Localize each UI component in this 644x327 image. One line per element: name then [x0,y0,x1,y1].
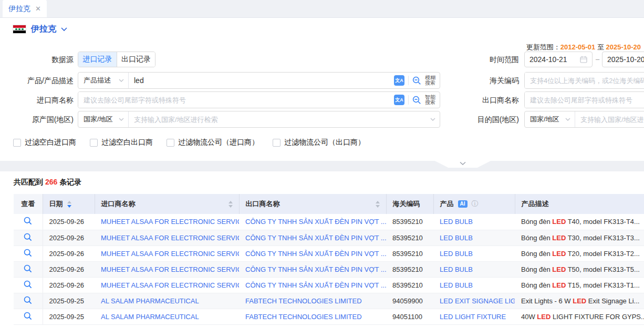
data-source-switch: 进口记录 出口记录 [78,52,155,67]
view-record-button[interactable] [24,264,32,273]
exporter-link[interactable]: CÔNG TY TNHH SẢN XUẤT ĐÈN PIN VỢT ... [245,265,386,273]
chevron-down-icon [119,118,124,121]
dest-country-select[interactable]: 国家/地区 [525,111,575,127]
table-row: 2025-09-25 AL SALAM PHARMACEUTICAL FABTE… [14,309,644,324]
product-link[interactable]: LED BULB [440,265,473,273]
importer-link[interactable]: MUHEET ALSAA FOR ELECTRONIC SERVICE... [101,250,239,258]
product-link[interactable]: LED BULB [440,281,473,289]
checkbox-filter-blank-importer[interactable]: 过滤空白进口商 [13,138,76,147]
fuzzy-search-icon[interactable] [412,76,421,85]
highlight-keyword: LED [537,313,550,321]
product-link[interactable]: LED BULB [440,218,473,226]
origin-country-select[interactable]: 国家/地区 [78,111,129,127]
fuzzy-search-label[interactable]: 模糊搜索 [425,75,435,86]
exporter-link[interactable]: CÔNG TY TNHH SẢN XUẤT ĐÈN PIN VỢT ... [245,250,386,258]
view-record-button[interactable] [24,312,32,320]
column-date[interactable]: 日期 [43,194,95,214]
checkbox-filter-logistics-importer[interactable]: 过滤物流公司（进口商） [167,138,259,147]
exporter-cell: CÔNG TY TNHH SẢN XUẤT ĐÈN PIN VỢT ... [239,261,386,277]
hs-code-input[interactable] [525,73,644,88]
product-cell: LED BULB [433,277,515,293]
info-icon[interactable]: ⓘ [472,199,479,209]
time-range-label: 时间范围 [451,52,519,67]
checkbox-icon[interactable] [167,139,174,147]
checkbox-icon[interactable] [273,139,281,147]
importer-link[interactable]: AL SALAM PHARMACEUTICAL [101,297,199,305]
dest-country-input[interactable] [575,111,644,127]
date-cell: 2025-09-26 [43,214,95,230]
description-cell: Bóng đèn LED T20, model FK313-T2... [515,246,644,261]
date-start-input[interactable]: 2024-10-21 [524,52,593,67]
magnifier-icon [24,233,32,241]
collapse-panel-handle[interactable] [435,161,491,168]
view-record-button[interactable] [24,296,32,304]
exporter-input[interactable] [525,92,644,108]
product-cell: LED BULB [433,246,515,261]
iraq-flag-icon [13,25,26,34]
importer-link[interactable]: AL SALAM PHARMACEUTICAL [101,313,199,321]
view-record-button[interactable] [24,217,32,225]
date-cell: 2025-09-25 [43,309,95,324]
exporter-link[interactable]: CÔNG TY TNHH SẢN XUẤT ĐÈN PIN VỢT ... [245,218,386,226]
importer-input[interactable] [78,92,390,108]
description-cell: Bóng đèn LED T50, model FK313-T5... [515,261,644,277]
checkbox-icon[interactable] [13,139,21,147]
description-cell: Exit Lights - 6 W LED Exit Signage Li... [515,293,644,309]
importer-link[interactable]: MUHEET ALSAA FOR ELECTRONIC SERVICE... [101,281,239,289]
column-exporter[interactable]: 出口商名称 [239,194,386,214]
column-importer[interactable]: 进口商名称 [95,194,239,214]
importer-link[interactable]: MUHEET ALSAA FOR ELECTRONIC SERVICE... [101,265,239,273]
hs-code-cell: 94059900 [386,293,433,309]
checkbox-filter-logistics-exporter[interactable]: 过滤物流公司（出口商） [273,138,365,147]
tab-iraq[interactable]: 伊拉克 ✕ [3,0,47,17]
date-end-input[interactable]: 2025-10-20 [602,52,644,67]
product-link[interactable]: LED BULB [440,234,473,242]
product-link[interactable]: LED EXIT SIGNAGE LIG... [440,297,515,305]
magnifier-icon [24,312,32,320]
column-view: 查看 [14,194,43,214]
chevron-down-icon[interactable] [61,27,67,32]
tab-import-records[interactable]: 进口记录 [78,52,117,67]
hs-code-control [524,72,644,89]
result-count-number: 266 [45,178,57,186]
origin-country-select-value: 国家/地区 [84,115,113,124]
exporter-cell: CÔNG TY TNHH SẢN XUẤT ĐÈN PIN VỢT ... [239,230,386,246]
origin-country-caret[interactable] [426,111,440,127]
highlight-keyword: LED [552,218,566,226]
chevron-down-icon [565,118,570,121]
exporter-link[interactable]: CÔNG TY TNHH SẢN XUẤT ĐÈN PIN VỢT ... [245,234,386,242]
view-record-button[interactable] [24,233,32,241]
view-cell [14,293,43,309]
importer-link[interactable]: MUHEET ALSAA FOR ELECTRONIC SERVICE... [101,234,239,242]
product-type-select[interactable]: 产品描述 [78,73,129,88]
view-record-button[interactable] [24,280,32,289]
sort-icon-importer[interactable] [228,201,233,208]
exporter-link[interactable]: CÔNG TY TNHH SẢN XUẤT ĐÈN PIN VỢT ... [245,281,386,289]
exporter-link[interactable]: FABTECH TECHNOLOGIES LIMITED [245,297,362,305]
checkbox-filter-blank-exporter[interactable]: 过滤空白出口商 [90,138,153,147]
column-description: 产品描述 [515,194,644,214]
close-icon[interactable]: ✕ [35,5,41,13]
sort-icon-date[interactable] [67,201,71,208]
product-link[interactable]: LED BULB [440,250,473,258]
product-search-input[interactable] [129,73,390,88]
importer-link[interactable]: MUHEET ALSAA FOR ELECTRONIC SERVICE... [101,218,239,226]
ai-badge: AI [458,200,468,208]
exporter-link[interactable]: FABTECH TECHNOLOGIES LIMITED [245,313,362,321]
magnifier-icon [24,264,32,273]
smart-search-label[interactable]: 智能搜索 [425,95,435,105]
origin-country-input[interactable] [129,111,426,127]
sort-icon-exporter[interactable] [376,201,380,208]
translate-icon[interactable]: 文A [394,75,404,86]
translate-icon[interactable]: 文A [394,95,404,105]
importer-cell: MUHEET ALSAA FOR ELECTRONIC SERVICE... [95,230,239,246]
view-cell [14,277,43,293]
smart-search-icon[interactable] [412,96,421,105]
view-record-button[interactable] [24,249,32,257]
chevron-down-icon [119,79,124,83]
importer-cell: MUHEET ALSAA FOR ELECTRONIC SERVICE... [95,214,239,230]
tab-export-records[interactable]: 出口记录 [117,52,155,67]
column-hs-code: 海关编码 [386,194,433,214]
checkbox-icon[interactable] [90,139,98,147]
product-link[interactable]: LED LIGHT FIXTURE [440,313,506,321]
